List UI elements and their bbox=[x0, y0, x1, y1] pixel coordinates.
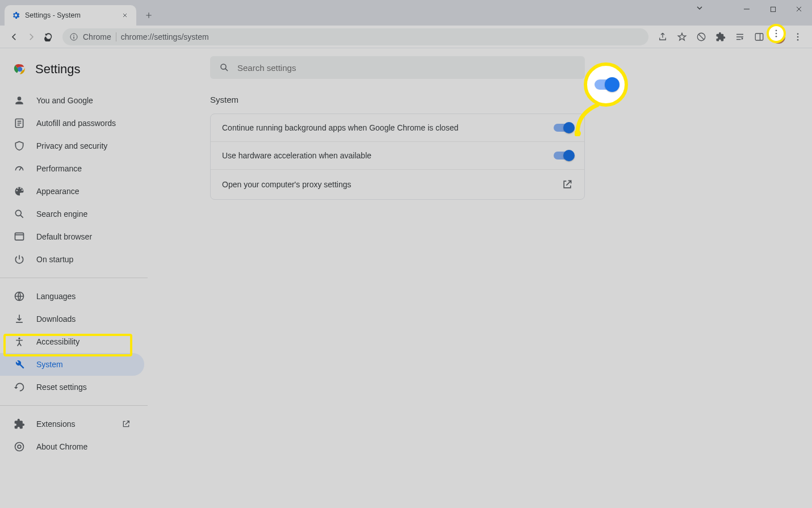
browser-tab[interactable]: Settings - System bbox=[5, 5, 136, 26]
extensions-icon[interactable] bbox=[712, 28, 729, 45]
svg-point-7 bbox=[797, 36, 799, 37]
globe-icon bbox=[14, 291, 25, 302]
row-label: Open your computer's proxy settings bbox=[222, 180, 351, 189]
svg-rect-3 bbox=[73, 35, 74, 35]
open-in-new-icon bbox=[122, 419, 131, 429]
browser-icon bbox=[14, 231, 25, 242]
row-label: Use hardware acceleration when available bbox=[222, 151, 371, 160]
window-maximize-button[interactable] bbox=[760, 0, 786, 18]
svg-rect-14 bbox=[15, 233, 24, 240]
sidebar-item-languages[interactable]: Languages bbox=[0, 285, 144, 308]
window-close-button[interactable] bbox=[786, 0, 812, 18]
close-tab-icon[interactable] bbox=[120, 11, 129, 20]
sidebar-item-default-browser[interactable]: Default browser bbox=[0, 225, 144, 248]
site-info-icon[interactable] bbox=[69, 32, 78, 41]
shield-icon bbox=[14, 140, 25, 152]
sidebar-divider bbox=[0, 278, 148, 278]
nav-reload-button[interactable] bbox=[40, 28, 57, 45]
svg-rect-0 bbox=[771, 7, 775, 11]
sidebar-item-downloads[interactable]: Downloads bbox=[0, 308, 144, 330]
system-card: Continue running background apps when Go… bbox=[210, 114, 585, 200]
side-panel-icon[interactable] bbox=[751, 28, 768, 45]
browser-titlebar: Settings - System bbox=[0, 0, 812, 26]
puzzle-icon bbox=[14, 418, 25, 430]
row-label: Continue running background apps when Go… bbox=[222, 123, 458, 132]
svg-point-16 bbox=[18, 338, 20, 339]
open-in-new-icon bbox=[562, 179, 573, 190]
settings-content: System Continue running background apps … bbox=[148, 48, 812, 508]
sidebar-item-system[interactable]: System bbox=[0, 353, 144, 376]
row-proxy-settings[interactable]: Open your computer's proxy settings bbox=[211, 170, 584, 199]
nav-forward-button[interactable] bbox=[23, 28, 40, 45]
tab-title: Settings - System bbox=[25, 11, 81, 19]
wrench-icon bbox=[14, 359, 25, 370]
page-title: Settings bbox=[35, 62, 81, 77]
bookmark-icon[interactable] bbox=[673, 28, 690, 45]
toggle-background-apps[interactable] bbox=[554, 124, 573, 132]
sidebar-item-appearance[interactable]: Appearance bbox=[0, 180, 144, 203]
svg-point-13 bbox=[15, 210, 21, 216]
sidebar-item-search-engine[interactable]: Search engine bbox=[0, 203, 144, 225]
power-icon bbox=[14, 254, 25, 265]
omnibox-divider bbox=[116, 32, 116, 41]
tab-search-icon[interactable] bbox=[695, 3, 704, 12]
toggle-hardware-acceleration[interactable] bbox=[554, 152, 573, 159]
svg-rect-2 bbox=[73, 36, 74, 39]
share-icon[interactable] bbox=[654, 28, 671, 45]
search-icon bbox=[14, 208, 25, 220]
svg-rect-5 bbox=[755, 33, 763, 40]
settings-search-input[interactable] bbox=[237, 63, 576, 73]
autofill-icon bbox=[14, 117, 25, 129]
svg-point-8 bbox=[797, 39, 799, 40]
accessibility-icon bbox=[14, 336, 25, 347]
settings-page: Settings You and Google Autofill and pas… bbox=[0, 48, 812, 508]
nav-back-button[interactable] bbox=[6, 28, 23, 45]
omnibox-url: chrome://settings/system bbox=[121, 32, 209, 41]
svg-point-19 bbox=[221, 64, 226, 69]
profile-avatar[interactable] bbox=[770, 28, 787, 45]
window-minimize-button[interactable] bbox=[734, 0, 760, 18]
sidebar-item-about-chrome[interactable]: About Chrome bbox=[0, 435, 144, 458]
sidebar-item-you-and-google[interactable]: You and Google bbox=[0, 89, 144, 112]
toggle-icon bbox=[595, 79, 617, 90]
speedometer-icon bbox=[14, 163, 25, 174]
download-icon bbox=[14, 313, 25, 325]
sidebar-item-reset-settings[interactable]: Reset settings bbox=[0, 376, 144, 398]
search-icon bbox=[219, 62, 229, 73]
row-hardware-acceleration[interactable]: Use hardware acceleration when available bbox=[211, 142, 584, 170]
restore-icon bbox=[14, 381, 25, 393]
chrome-logo-icon bbox=[14, 441, 25, 452]
row-background-apps[interactable]: Continue running background apps when Go… bbox=[211, 114, 584, 142]
omnibox-app-label: Chrome bbox=[83, 32, 111, 41]
address-bar[interactable]: Chrome chrome://settings/system bbox=[62, 28, 648, 45]
sidebar-divider bbox=[0, 405, 148, 406]
settings-sidebar: Settings You and Google Autofill and pas… bbox=[0, 48, 148, 508]
sidebar-item-privacy[interactable]: Privacy and security bbox=[0, 135, 144, 157]
sidebar-item-extensions[interactable]: Extensions bbox=[0, 413, 144, 435]
sidebar-item-accessibility[interactable]: Accessibility bbox=[0, 330, 144, 353]
chrome-logo-icon bbox=[12, 62, 27, 77]
new-tab-button[interactable] bbox=[141, 7, 157, 23]
settings-search[interactable] bbox=[210, 56, 585, 79]
palette-icon bbox=[14, 186, 25, 197]
svg-point-6 bbox=[797, 33, 799, 35]
person-icon bbox=[14, 95, 25, 106]
section-title: System bbox=[210, 95, 812, 104]
sidebar-item-autofill[interactable]: Autofill and passwords bbox=[0, 112, 144, 135]
chrome-menu-button[interactable] bbox=[789, 28, 806, 45]
browser-toolbar: Chrome chrome://settings/system bbox=[0, 26, 812, 48]
extension-adblock-icon[interactable] bbox=[693, 28, 710, 45]
reading-list-icon[interactable] bbox=[731, 28, 748, 45]
callout-toggle-zoom bbox=[584, 62, 628, 107]
gear-icon bbox=[11, 11, 20, 20]
sidebar-item-on-startup[interactable]: On startup bbox=[0, 248, 144, 271]
sidebar-item-performance[interactable]: Performance bbox=[0, 157, 144, 180]
